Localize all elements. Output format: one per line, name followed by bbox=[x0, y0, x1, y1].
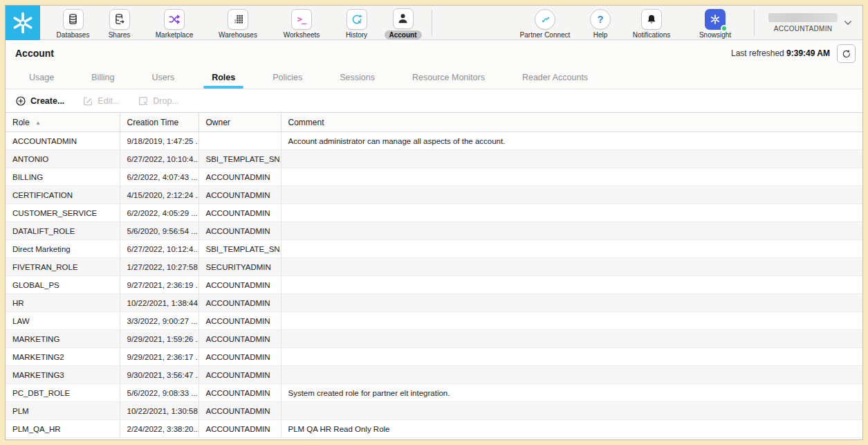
creation-time-cell: 1/27/2022, 10:27:58... bbox=[120, 258, 198, 276]
tab-roles[interactable]: Roles bbox=[207, 66, 239, 89]
table-row[interactable]: ACCOUNTADMIN 9/18/2019, 1:47:25 ... Acco… bbox=[6, 132, 862, 150]
table-row[interactable]: PLM_QA_HR 2/24/2022, 3:38:20... ACCOUNTA… bbox=[6, 420, 862, 438]
plus-circle-icon bbox=[15, 96, 26, 107]
tab-resource-monitors[interactable]: Resource Monitors bbox=[408, 66, 489, 89]
role-cell: MARKETING3 bbox=[6, 366, 120, 384]
table-row[interactable]: CERTIFICATION 4/15/2020, 2:12:24 ... ACC… bbox=[6, 186, 862, 204]
creation-time-cell: 9/29/2021, 2:36:17 ... bbox=[120, 348, 198, 366]
table-row[interactable]: MARKETING3 9/30/2021, 3:56:47 ... ACCOUN… bbox=[6, 366, 862, 384]
role-cell: BILLING bbox=[6, 168, 120, 186]
table-row[interactable]: HR 10/22/2021, 1:38:44... ACCOUNTADMIN bbox=[6, 294, 862, 312]
nav-label: Notifications bbox=[633, 31, 670, 39]
tab-sessions[interactable]: Sessions bbox=[335, 66, 379, 89]
edit-button[interactable]: Edit... bbox=[82, 96, 120, 107]
comment-cell bbox=[281, 294, 862, 312]
warehouse-grid-icon bbox=[228, 9, 248, 30]
role-cell: GLOBAL_PS bbox=[6, 276, 120, 294]
creation-time-cell: 10/22/2021, 1:30:58... bbox=[120, 402, 198, 420]
nav-label: Worksheets bbox=[284, 31, 320, 39]
column-header-creation-time[interactable]: Creation Time bbox=[120, 113, 198, 132]
edit-pencil-icon bbox=[82, 96, 93, 107]
nav-item-notifications[interactable]: Notifications bbox=[620, 7, 683, 39]
table-row[interactable]: CUSTOMER_SERVICE 6/2/2022, 4:05:29 ... A… bbox=[6, 204, 862, 222]
creation-time-cell: 4/15/2020, 2:12:24 ... bbox=[120, 186, 198, 204]
table-row[interactable]: PC_DBT_ROLE 5/6/2022, 9:08:33 ... ACCOUN… bbox=[6, 384, 862, 402]
drop-label: Drop... bbox=[153, 96, 179, 106]
tab-policies[interactable]: Policies bbox=[268, 66, 306, 89]
table-row[interactable]: BILLING 6/2/2022, 4:07:43 ... ACCOUNTADM… bbox=[6, 168, 862, 186]
nav-item-snowsight[interactable]: Snowsight bbox=[683, 7, 747, 39]
refresh-button[interactable] bbox=[837, 44, 856, 63]
snowflake-logo[interactable] bbox=[6, 6, 40, 40]
nav-item-shares[interactable]: Shares bbox=[96, 7, 142, 39]
help-icon: ? bbox=[590, 9, 611, 30]
creation-time-cell: 6/2/2022, 4:07:43 ... bbox=[120, 168, 198, 186]
nav-label: Warehouses bbox=[219, 31, 257, 39]
column-header-role[interactable]: Role ▲ bbox=[6, 113, 120, 132]
nav-item-partner-connect[interactable]: Partner Connect bbox=[509, 7, 581, 39]
role-cell: ANTONIO bbox=[6, 150, 120, 168]
nav-label: Databases bbox=[57, 31, 90, 39]
table-header-row: Role ▲ Creation Time Owner Comment bbox=[6, 113, 862, 132]
user-menu[interactable]: ACCOUNTADMIN bbox=[757, 13, 862, 33]
creation-time-cell: 9/29/2021, 1:59:26 ... bbox=[120, 330, 198, 348]
shuffle-icon bbox=[164, 9, 185, 30]
creation-time-cell: 2/24/2022, 3:38:20... bbox=[120, 420, 198, 438]
owner-cell: ACCOUNTADMIN bbox=[198, 186, 281, 204]
role-cell: CUSTOMER_SERVICE bbox=[6, 204, 120, 222]
last-refreshed-time: 9:39:49 AM bbox=[786, 48, 830, 58]
current-role-label: ACCOUNTADMIN bbox=[774, 25, 833, 33]
comment-cell bbox=[281, 330, 862, 348]
top-nav-bar: Databases Shares bbox=[6, 6, 862, 40]
creation-time-cell: 6/2/2022, 4:05:29 ... bbox=[120, 204, 198, 222]
sort-ascending-icon: ▲ bbox=[35, 120, 41, 126]
nav-divider bbox=[754, 10, 755, 36]
comment-cell bbox=[281, 168, 862, 186]
partner-connect-icon bbox=[535, 9, 555, 30]
nav-item-marketplace[interactable]: Marketplace bbox=[142, 7, 206, 39]
table-row[interactable]: FIVETRAN_ROLE 1/27/2022, 10:27:58... SEC… bbox=[6, 258, 862, 276]
create-label: Create... bbox=[30, 96, 64, 106]
column-header-owner[interactable]: Owner bbox=[198, 113, 281, 132]
nav-label: Shares bbox=[109, 31, 131, 39]
create-button[interactable]: Create... bbox=[15, 96, 64, 107]
nav-item-databases[interactable]: Databases bbox=[50, 7, 96, 39]
tab-users[interactable]: Users bbox=[148, 66, 179, 89]
table-row[interactable]: PLM 10/22/2021, 1:30:58... ACCOUNTADMIN bbox=[6, 402, 862, 420]
owner-cell: SBI_TEMPLATE_SN... bbox=[198, 240, 281, 258]
owner-cell: ACCOUNTADMIN bbox=[198, 366, 281, 384]
terminal-prompt-icon: >_ bbox=[291, 9, 312, 30]
table-row[interactable]: Direct Marketing 6/27/2022, 10:12:4... S… bbox=[6, 240, 862, 258]
column-label: Owner bbox=[206, 118, 230, 127]
tab-billing[interactable]: Billing bbox=[87, 66, 118, 89]
column-header-comment[interactable]: Comment bbox=[281, 113, 862, 132]
role-cell: FIVETRAN_ROLE bbox=[6, 258, 120, 276]
drop-button[interactable]: Drop... bbox=[138, 96, 179, 107]
creation-time-cell: 9/18/2019, 1:47:25 ... bbox=[120, 132, 198, 150]
user-name-redacted bbox=[768, 13, 838, 22]
nav-item-help[interactable]: ? Help bbox=[581, 7, 620, 39]
comment-cell bbox=[281, 186, 862, 204]
table-row[interactable]: MARKETING 9/29/2021, 1:59:26 ... ACCOUNT… bbox=[6, 330, 862, 348]
nav-item-history[interactable]: History bbox=[333, 7, 380, 39]
nav-item-warehouses[interactable]: Warehouses bbox=[206, 7, 270, 39]
table-row[interactable]: ANTONIO 6/27/2022, 10:10:4... SBI_TEMPLA… bbox=[6, 150, 862, 168]
owner-cell: ACCOUNTADMIN bbox=[198, 276, 281, 294]
nav-item-worksheets[interactable]: >_ Worksheets bbox=[270, 7, 333, 39]
tab-reader-accounts[interactable]: Reader Accounts bbox=[518, 66, 592, 89]
table-row[interactable]: GLOBAL_PS 9/27/2021, 2:36:19 ... ACCOUNT… bbox=[6, 276, 862, 294]
tab-usage[interactable]: Usage bbox=[25, 66, 58, 89]
owner-cell: ACCOUNTADMIN bbox=[198, 402, 281, 420]
owner-cell: ACCOUNTADMIN bbox=[198, 312, 281, 330]
bell-icon bbox=[641, 9, 662, 30]
nav-label: Marketplace bbox=[156, 31, 193, 39]
table-row[interactable]: LAW 3/3/2022, 9:00:27 ... ACCOUNTADMIN bbox=[6, 312, 862, 330]
column-label: Comment bbox=[288, 118, 324, 127]
comment-cell bbox=[281, 312, 862, 330]
table-row[interactable]: MARKETING2 9/29/2021, 2:36:17 ... ACCOUN… bbox=[6, 348, 862, 366]
nav-item-account[interactable]: Account bbox=[380, 6, 426, 39]
column-label: Role bbox=[12, 118, 30, 127]
creation-time-cell: 5/6/2022, 9:08:33 ... bbox=[120, 384, 198, 402]
page-header: Account Last refreshed 9:39:49 AM bbox=[6, 40, 862, 66]
table-row[interactable]: DATALIFT_ROLE 5/6/2020, 9:56:54 ... ACCO… bbox=[6, 222, 862, 240]
